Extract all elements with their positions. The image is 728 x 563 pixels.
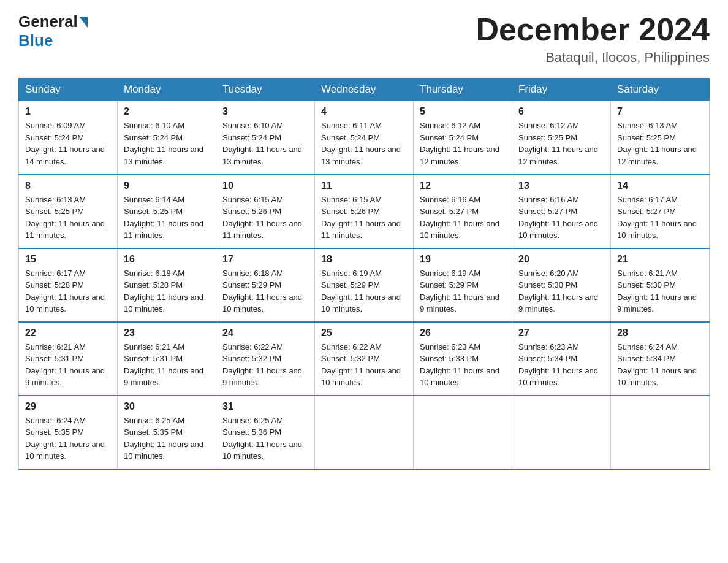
calendar-week-row-1: 1Sunrise: 6:09 AMSunset: 5:24 PMDaylight… xyxy=(19,101,710,175)
day-info: Sunrise: 6:09 AMSunset: 5:24 PMDaylight:… xyxy=(25,120,111,167)
day-number: 19 xyxy=(420,254,506,265)
day-number: 2 xyxy=(124,106,210,117)
day-number: 24 xyxy=(222,327,308,339)
calendar-table: SundayMondayTuesdayWednesdayThursdayFrid… xyxy=(18,78,710,470)
day-info: Sunrise: 6:22 AMSunset: 5:32 PMDaylight:… xyxy=(321,341,407,389)
day-info: Sunrise: 6:12 AMSunset: 5:24 PMDaylight:… xyxy=(420,120,506,167)
day-info: Sunrise: 6:22 AMSunset: 5:32 PMDaylight:… xyxy=(222,341,308,389)
calendar-cell: 5Sunrise: 6:12 AMSunset: 5:24 PMDaylight… xyxy=(414,101,512,175)
calendar-cell: 15Sunrise: 6:17 AMSunset: 5:28 PMDayligh… xyxy=(19,248,118,322)
calendar-cell: 31Sunrise: 6:25 AMSunset: 5:36 PMDayligh… xyxy=(216,396,315,469)
day-number: 26 xyxy=(420,327,506,339)
calendar-cell: 8Sunrise: 6:13 AMSunset: 5:25 PMDaylight… xyxy=(19,175,118,248)
day-number: 9 xyxy=(124,180,210,191)
calendar-cell: 28Sunrise: 6:24 AMSunset: 5:34 PMDayligh… xyxy=(611,322,710,396)
day-info: Sunrise: 6:16 AMSunset: 5:27 PMDaylight:… xyxy=(518,194,604,242)
calendar-header-thursday: Thursday xyxy=(414,79,512,101)
calendar-cell: 3Sunrise: 6:10 AMSunset: 5:24 PMDaylight… xyxy=(216,101,315,175)
day-number: 18 xyxy=(321,254,407,265)
day-number: 13 xyxy=(518,180,604,191)
day-info: Sunrise: 6:14 AMSunset: 5:25 PMDaylight:… xyxy=(124,194,210,242)
day-info: Sunrise: 6:12 AMSunset: 5:25 PMDaylight:… xyxy=(518,120,604,167)
calendar-header-sunday: Sunday xyxy=(19,79,118,101)
calendar-cell: 29Sunrise: 6:24 AMSunset: 5:35 PMDayligh… xyxy=(19,396,118,469)
calendar-cell: 16Sunrise: 6:18 AMSunset: 5:28 PMDayligh… xyxy=(118,248,216,322)
calendar-cell: 6Sunrise: 6:12 AMSunset: 5:25 PMDaylight… xyxy=(512,101,611,175)
calendar-cell xyxy=(611,396,710,469)
calendar-cell: 13Sunrise: 6:16 AMSunset: 5:27 PMDayligh… xyxy=(512,175,611,248)
calendar-cell: 17Sunrise: 6:18 AMSunset: 5:29 PMDayligh… xyxy=(216,248,315,322)
day-info: Sunrise: 6:17 AMSunset: 5:27 PMDaylight:… xyxy=(617,194,703,242)
day-number: 27 xyxy=(518,327,604,339)
calendar-cell: 18Sunrise: 6:19 AMSunset: 5:29 PMDayligh… xyxy=(315,248,414,322)
calendar-week-row-2: 8Sunrise: 6:13 AMSunset: 5:25 PMDaylight… xyxy=(19,175,710,248)
calendar-cell: 12Sunrise: 6:16 AMSunset: 5:27 PMDayligh… xyxy=(414,175,512,248)
calendar-cell: 19Sunrise: 6:19 AMSunset: 5:29 PMDayligh… xyxy=(414,248,512,322)
day-number: 22 xyxy=(25,327,111,339)
day-info: Sunrise: 6:21 AMSunset: 5:31 PMDaylight:… xyxy=(124,341,210,389)
day-number: 16 xyxy=(124,254,210,265)
location-subtitle: Bataquil, Ilocos, Philippines xyxy=(476,50,710,66)
calendar-cell: 26Sunrise: 6:23 AMSunset: 5:33 PMDayligh… xyxy=(414,322,512,396)
day-number: 25 xyxy=(321,327,407,339)
day-info: Sunrise: 6:23 AMSunset: 5:33 PMDaylight:… xyxy=(420,341,506,389)
day-info: Sunrise: 6:13 AMSunset: 5:25 PMDaylight:… xyxy=(617,120,703,167)
calendar-cell: 14Sunrise: 6:17 AMSunset: 5:27 PMDayligh… xyxy=(611,175,710,248)
calendar-header-row: SundayMondayTuesdayWednesdayThursdayFrid… xyxy=(19,79,710,101)
day-info: Sunrise: 6:18 AMSunset: 5:29 PMDaylight:… xyxy=(222,267,308,315)
day-number: 5 xyxy=(420,106,506,117)
day-info: Sunrise: 6:17 AMSunset: 5:28 PMDaylight:… xyxy=(25,267,111,315)
day-info: Sunrise: 6:21 AMSunset: 5:30 PMDaylight:… xyxy=(617,267,703,315)
calendar-cell xyxy=(414,396,512,469)
calendar-cell: 20Sunrise: 6:20 AMSunset: 5:30 PMDayligh… xyxy=(512,248,611,322)
day-info: Sunrise: 6:24 AMSunset: 5:34 PMDaylight:… xyxy=(617,341,703,389)
calendar-header-monday: Monday xyxy=(118,79,216,101)
day-info: Sunrise: 6:11 AMSunset: 5:24 PMDaylight:… xyxy=(321,120,407,167)
calendar-cell: 2Sunrise: 6:10 AMSunset: 5:24 PMDaylight… xyxy=(118,101,216,175)
day-number: 1 xyxy=(25,106,111,117)
day-number: 8 xyxy=(25,180,111,191)
day-number: 7 xyxy=(617,106,703,117)
day-info: Sunrise: 6:23 AMSunset: 5:34 PMDaylight:… xyxy=(518,341,604,389)
day-number: 11 xyxy=(321,180,407,191)
logo-triangle-icon xyxy=(79,17,88,28)
day-number: 23 xyxy=(124,327,210,339)
calendar-cell: 27Sunrise: 6:23 AMSunset: 5:34 PMDayligh… xyxy=(512,322,611,396)
calendar-cell: 10Sunrise: 6:15 AMSunset: 5:26 PMDayligh… xyxy=(216,175,315,248)
logo-blue-text: Blue xyxy=(18,31,53,50)
day-number: 12 xyxy=(420,180,506,191)
day-info: Sunrise: 6:25 AMSunset: 5:36 PMDaylight:… xyxy=(222,415,308,462)
calendar-cell: 1Sunrise: 6:09 AMSunset: 5:24 PMDaylight… xyxy=(19,101,118,175)
calendar-header-wednesday: Wednesday xyxy=(315,79,414,101)
calendar-cell: 23Sunrise: 6:21 AMSunset: 5:31 PMDayligh… xyxy=(118,322,216,396)
calendar-cell: 9Sunrise: 6:14 AMSunset: 5:25 PMDaylight… xyxy=(118,175,216,248)
day-info: Sunrise: 6:19 AMSunset: 5:29 PMDaylight:… xyxy=(420,267,506,315)
calendar-cell: 25Sunrise: 6:22 AMSunset: 5:32 PMDayligh… xyxy=(315,322,414,396)
calendar-week-row-4: 22Sunrise: 6:21 AMSunset: 5:31 PMDayligh… xyxy=(19,322,710,396)
day-number: 10 xyxy=(222,180,308,191)
calendar-week-row-5: 29Sunrise: 6:24 AMSunset: 5:35 PMDayligh… xyxy=(19,396,710,469)
day-number: 29 xyxy=(25,401,111,412)
day-number: 4 xyxy=(321,106,407,117)
calendar-cell: 30Sunrise: 6:25 AMSunset: 5:35 PMDayligh… xyxy=(118,396,216,469)
day-number: 17 xyxy=(222,254,308,265)
month-year-title: December 2024 xyxy=(476,12,710,47)
day-info: Sunrise: 6:16 AMSunset: 5:27 PMDaylight:… xyxy=(420,194,506,242)
day-info: Sunrise: 6:21 AMSunset: 5:31 PMDaylight:… xyxy=(25,341,111,389)
calendar-cell: 7Sunrise: 6:13 AMSunset: 5:25 PMDaylight… xyxy=(611,101,710,175)
day-info: Sunrise: 6:15 AMSunset: 5:26 PMDaylight:… xyxy=(321,194,407,242)
day-number: 30 xyxy=(124,401,210,412)
day-number: 3 xyxy=(222,106,308,117)
day-info: Sunrise: 6:20 AMSunset: 5:30 PMDaylight:… xyxy=(518,267,604,315)
calendar-cell: 21Sunrise: 6:21 AMSunset: 5:30 PMDayligh… xyxy=(611,248,710,322)
day-number: 28 xyxy=(617,327,703,339)
calendar-cell xyxy=(512,396,611,469)
calendar-cell: 4Sunrise: 6:11 AMSunset: 5:24 PMDaylight… xyxy=(315,101,414,175)
day-number: 15 xyxy=(25,254,111,265)
day-number: 20 xyxy=(518,254,604,265)
title-section: December 2024 Bataquil, Ilocos, Philippi… xyxy=(476,12,710,66)
calendar-header-saturday: Saturday xyxy=(611,79,710,101)
day-number: 21 xyxy=(617,254,703,265)
day-info: Sunrise: 6:13 AMSunset: 5:25 PMDaylight:… xyxy=(25,194,111,242)
logo-general-text: General xyxy=(18,12,78,31)
